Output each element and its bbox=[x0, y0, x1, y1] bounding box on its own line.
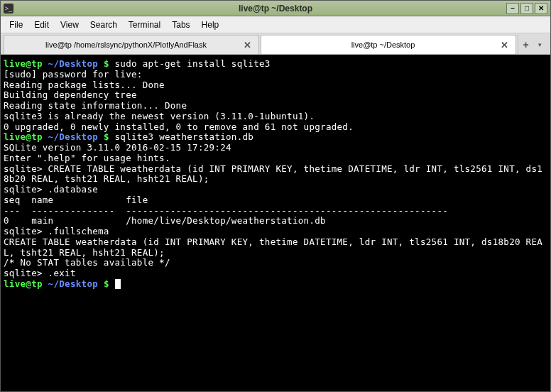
prompt-path: ~/Desktop bbox=[48, 131, 98, 142]
terminal-content[interactable]: live@tp ~/Desktop $ sudo apt-get install… bbox=[1, 55, 550, 391]
close-icon[interactable]: ✕ bbox=[242, 40, 253, 50]
prompt-dollar: $ bbox=[104, 58, 109, 69]
menu-search[interactable]: Search bbox=[84, 17, 123, 33]
tab-label: live@tp ~/Desktop bbox=[267, 40, 499, 49]
window-title: live@tp ~/Desktop bbox=[239, 4, 312, 13]
prompt-path: ~/Desktop bbox=[48, 278, 98, 289]
tab-plotly[interactable]: live@tp /home/rslsync/pythonX/PlotlyAndF… bbox=[4, 35, 259, 54]
minimize-button[interactable]: – bbox=[506, 3, 519, 14]
tab-dropdown-button[interactable]: ▾ bbox=[533, 35, 546, 54]
command-text: sudo apt-get install sqlite3 bbox=[115, 58, 271, 69]
output-text: [sudo] password for live: Reading packag… bbox=[4, 69, 354, 132]
titlebar[interactable]: >_ live@tp ~/Desktop – □ ✕ bbox=[1, 1, 550, 16]
tab-desktop[interactable]: live@tp ~/Desktop ✕ bbox=[261, 35, 516, 54]
add-tab-button[interactable]: + bbox=[518, 35, 533, 54]
menu-terminal[interactable]: Terminal bbox=[123, 17, 166, 33]
app-icon: >_ bbox=[4, 4, 13, 13]
maximize-button[interactable]: □ bbox=[520, 3, 533, 14]
output-text: SQLite version 3.11.0 2016-02-15 17:29:2… bbox=[4, 142, 542, 278]
close-icon[interactable]: ✕ bbox=[499, 40, 510, 50]
prompt-user: live@tp bbox=[4, 131, 43, 142]
prompt-dollar: $ bbox=[104, 278, 109, 289]
menu-help[interactable]: Help bbox=[196, 17, 225, 33]
menu-file[interactable]: File bbox=[4, 17, 28, 33]
menu-view[interactable]: View bbox=[55, 17, 84, 33]
prompt-path: ~/Desktop bbox=[48, 58, 98, 69]
menu-tabs[interactable]: Tabs bbox=[166, 17, 195, 33]
prompt-user: live@tp bbox=[4, 278, 43, 289]
cursor bbox=[115, 279, 121, 289]
terminal-window: >_ live@tp ~/Desktop – □ ✕ File Edit Vie… bbox=[0, 0, 551, 392]
prompt-user: live@tp bbox=[4, 58, 43, 69]
command-text: sqlite3 weatherstation.db bbox=[115, 131, 254, 142]
menubar: File Edit View Search Terminal Tabs Help bbox=[1, 16, 550, 33]
menu-edit[interactable]: Edit bbox=[28, 17, 55, 33]
prompt-dollar: $ bbox=[104, 131, 109, 142]
close-window-button[interactable]: ✕ bbox=[535, 3, 547, 14]
tab-label: live@tp /home/rslsync/pythonX/PlotlyAndF… bbox=[10, 40, 242, 49]
tabbar: live@tp /home/rslsync/pythonX/PlotlyAndF… bbox=[1, 33, 550, 55]
